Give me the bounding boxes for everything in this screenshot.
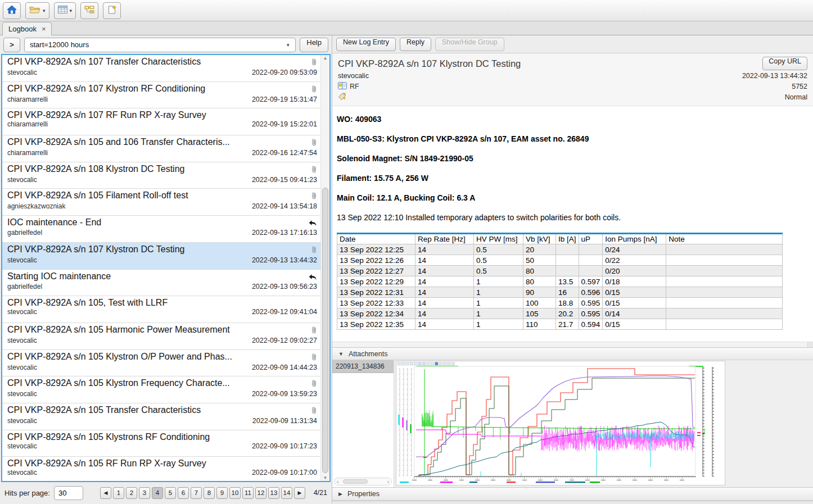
entry-author: stevocalic [7, 469, 37, 476]
new-log-entry-button[interactable]: New Log Entry [336, 38, 396, 51]
entry-title: CPI VKP-8292A s/n 107 RF Run RP X-ray Su… [7, 110, 206, 120]
list-item[interactable]: CPI VKP-8292A s/n 105 Klystron O/P Power… [2, 350, 320, 377]
page-button-3[interactable]: 3 [139, 487, 150, 499]
page-button-1[interactable]: 1 [113, 487, 124, 499]
main-split: > ▾ Help CPI VKP-8292A s/n 107 Transfer … [0, 35, 813, 503]
table-cell: 0/14 [603, 308, 666, 319]
list-item[interactable]: CPI VKP-8292A s/n 105 and 106 Transfer C… [2, 135, 320, 162]
page-button-13[interactable]: 13 [268, 487, 279, 499]
table-cell [666, 298, 783, 308]
entry-author: chiaramarrelli [7, 149, 48, 157]
page-button-10[interactable]: 10 [229, 487, 241, 499]
list-item[interactable]: CPI VKP-8292A s/n 105, Test with LLRFste… [2, 296, 320, 323]
strip-chart-image [396, 361, 725, 485]
table-cell: 0/18 [603, 276, 666, 287]
help-button[interactable]: Help [300, 38, 328, 52]
table-cell [666, 276, 783, 287]
table-cell: 13.5 [556, 276, 579, 287]
table-row: 13 Sep 2022 12:27140.5800/20 [337, 266, 783, 276]
entry-timestamp: 2022-09-15 09:41:23 [252, 176, 317, 184]
hits-per-page-input[interactable] [54, 486, 83, 500]
scroll-down-icon[interactable]: ▼ [321, 475, 329, 480]
page-button-9[interactable]: 9 [216, 487, 228, 499]
show-hide-group-button[interactable]: Show/Hide Group [435, 38, 504, 51]
table-cell: 0/22 [603, 255, 666, 266]
entry-author: stevocalic [7, 337, 37, 344]
scroll-left-icon[interactable]: ‹ [337, 479, 338, 485]
page-button-12[interactable]: 12 [255, 487, 267, 499]
table-cell: 14 [415, 244, 474, 255]
body-line: Main Coil: 12.1 A, Bucking Coil: 6.3 A [337, 193, 813, 202]
search-input[interactable] [25, 40, 281, 49]
scroll-up-icon[interactable]: ▲ [321, 56, 329, 61]
scrollbar-thumb[interactable] [322, 188, 328, 473]
attachment-icon [311, 166, 317, 175]
list-item[interactable]: CPI VKP-8292A s/n 108 Klystron DC Testin… [2, 162, 320, 189]
body-horizontal-scrollbar[interactable] [332, 342, 813, 347]
table-row: 13 Sep 2022 12:3114190160.5960/15 [337, 287, 783, 298]
attachments-header[interactable]: ▼ Attachments [332, 347, 813, 360]
table-cell: 0/24 [603, 244, 666, 255]
list-item[interactable]: CPI VKP-8292A s/n 107 RF Run RP X-ray Su… [2, 108, 320, 135]
view-table-button[interactable]: ▾ [54, 2, 76, 19]
table-column-header: Note [666, 234, 783, 244]
entry-timestamp: 2022-09-12 09:41:04 [252, 308, 317, 316]
app-toolbar: ▾ ▾ [0, 0, 813, 21]
page-button-8[interactable]: 8 [204, 487, 215, 499]
attachment-icon [311, 58, 317, 68]
hscrollbar-thumb[interactable] [343, 479, 368, 484]
page-button-14[interactable]: 14 [281, 487, 292, 499]
home-button[interactable] [3, 2, 21, 19]
list-item[interactable]: CPI VKP-8292A s/n 107 Klystron DC Testin… [2, 243, 320, 270]
table-cell: 14 [415, 308, 474, 319]
list-item[interactable]: CPI VKP-8292A s/n 107 Transfer Character… [2, 55, 320, 82]
list-item[interactable]: CPI VKP-8292A s/n 105 Filament Roll-off … [2, 189, 320, 216]
properties-header[interactable]: ▶ Properties [332, 487, 813, 501]
table-cell: 21.7 [556, 319, 579, 330]
page-button-6[interactable]: 6 [178, 487, 189, 499]
group-tree-button[interactable] [80, 2, 98, 19]
attachment-list-hscrollbar[interactable]: ‹ › [334, 478, 392, 485]
collapse-triangle-icon: ▼ [338, 351, 344, 357]
scrollbar-corner [807, 342, 813, 347]
table-cell: 1 [474, 319, 523, 330]
list-item[interactable]: CPI VKP-8292A s/n 105 Klystrons RF Condi… [2, 430, 320, 457]
list-item[interactable]: CPI VKP-8292A s/n 105 Harmonic Power Mea… [2, 323, 320, 350]
scroll-right-icon[interactable]: › [387, 479, 389, 485]
run-search-button[interactable]: > [3, 38, 20, 52]
open-logbook-button[interactable]: ▾ [25, 2, 49, 19]
entry-title: CPI VKP-8292A s/n 105 Harmonic Power Mea… [7, 325, 230, 335]
expand-triangle-icon: ▶ [338, 491, 342, 497]
page-button-5[interactable]: 5 [165, 487, 176, 499]
entry-timestamp: 2022-09-13 09:56:23 [252, 283, 317, 290]
page-button-4[interactable]: 4 [152, 487, 163, 499]
entry-list-scrollbar[interactable]: ▲ ▼ [320, 55, 329, 481]
page-button-7[interactable]: 7 [191, 487, 202, 499]
list-item[interactable]: CPI VKP-8292A s/n 105 Transfer Character… [2, 403, 320, 430]
tab-close-icon[interactable]: × [42, 25, 46, 33]
list-item[interactable]: CPI VKP-8292A s/n 105 RF Run RP X-ray Su… [2, 457, 320, 481]
next-page-button[interactable]: ▶ [294, 487, 305, 499]
prev-page-button[interactable]: ◀ [100, 487, 111, 499]
copy-url-button[interactable]: Copy URL [762, 57, 807, 70]
page-button-2[interactable]: 2 [126, 487, 137, 499]
list-item[interactable]: CPI VKP-8292A s/n 105 Klystron Frequency… [2, 376, 320, 403]
list-item[interactable]: CPI VKP-8292A s/n 107 Klystron RF Condit… [2, 82, 320, 109]
list-item[interactable]: IOC maintenance - Endgabrielfedel2022-09… [2, 216, 320, 243]
entry-timestamp: 2022-09-09 10:17:00 [252, 469, 317, 476]
attachment-item[interactable]: 220913_134836 [332, 360, 394, 373]
page-button-11[interactable]: 11 [242, 487, 254, 499]
reply-button[interactable]: Reply [400, 38, 431, 51]
attachment-preview-image[interactable] [396, 361, 725, 485]
table-cell: 1 [474, 287, 523, 298]
list-item[interactable]: Starting IOC maintenancegabrielfedel2022… [2, 270, 320, 297]
table-cell: 14 [415, 319, 474, 330]
table-row: 13 Sep 2022 12:291418013.50.5970/18 [337, 276, 783, 287]
table-header-row: DateRep Rate [Hz]HV PW [ms]Vb [kV]Ib [A]… [337, 234, 783, 244]
new-entry-button[interactable] [103, 2, 121, 19]
tab-logbook[interactable]: Logbook × [2, 22, 52, 35]
search-dropdown-button[interactable]: ▾ [281, 38, 295, 52]
entry-title: CPI VKP-8292A s/n 105 RF Run RP X-ray Su… [7, 458, 206, 469]
table-cell [666, 319, 783, 330]
table-cell: 14 [415, 276, 474, 287]
